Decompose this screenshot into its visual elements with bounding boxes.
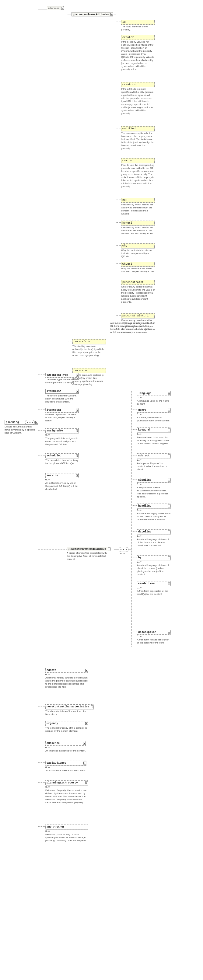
occurs: 0..∞ [137,458,170,461]
attr-label: creatoruri [121,83,154,87]
group-desc: A group of properties associated with th… [67,552,109,561]
attr-coversfrom[interactable]: coversfrom [72,339,106,344]
occurs: 0..∞ [45,746,86,749]
element-desc: A sequence of tokens associated with the… [137,486,170,498]
sequence-connector [119,547,128,552]
expand-icon[interactable]: + [76,390,79,393]
expand-icon[interactable]: + [168,409,170,412]
expand-icon[interactable]: + [168,631,170,634]
collapse-icon[interactable]: − [110,13,113,16]
element-creditline[interactable]: creditline+ [137,581,170,586]
attr-creatoruri[interactable]: creatoruri [121,82,155,87]
element-desc: A nature, intellectual or journalistic f… [137,416,170,422]
element-label: creditline [137,581,167,586]
element-language[interactable]: language+ [137,391,170,396]
element-edNote[interactable]: edNote+ [45,668,88,673]
element-by[interactable]: by+ [137,555,170,560]
occurs: 0..∞ [137,396,170,399]
element-desc: A language used by the news content [137,399,170,406]
element-slugline[interactable]: slugline+ [137,478,170,482]
element-desc: Free-text term to be used for indexing o… [137,436,170,445]
element-desc: The characteristics of the content of a … [45,710,88,716]
occurs: 0..∞ [45,434,79,436]
attr-why[interactable]: why [121,243,155,248]
attr-label: pubconstraint [121,280,154,285]
attributes-group[interactable]: attributes − [47,6,64,10]
element-exclAudience[interactable]: exclAudience+ [45,760,86,765]
attr-label: pubconstrainturi [121,314,154,318]
expand-icon[interactable]: + [76,474,79,477]
element-label: slugline [137,478,167,482]
element-newsContentCharacteristics[interactable]: newsContentCharacteristics+ [45,704,93,709]
element-subject[interactable]: subject+ [137,453,170,458]
element-planningExtProperty[interactable]: planningExtProperty+ [45,780,88,785]
attr-coversto[interactable]: coversto [72,368,106,373]
expand-icon[interactable]: + [85,782,88,784]
element-headline[interactable]: headline+ [137,504,170,508]
expand-icon[interactable]: + [168,582,170,585]
element-assignedTo[interactable]: assignedTo+ [45,428,79,433]
attributes-label: attributes [47,6,60,10]
element-desc: The party which is assigned to cover the… [45,437,79,446]
element-desc: A free-form textual description of the c… [137,638,170,644]
attr-whyuri[interactable]: whyuri [121,262,155,267]
attr-pubconstrainturi[interactable]: pubconstrainturi [121,313,155,318]
element-label: assignedTo [46,429,75,433]
expand-icon[interactable]: + [168,455,170,457]
attr-how[interactable]: how [121,198,155,203]
collapse-icon[interactable]: − [108,548,110,550]
element-label: genre [137,408,167,412]
element-dateline[interactable]: dateline+ [137,530,170,534]
expand-icon[interactable]: + [85,722,88,725]
expand-icon[interactable]: + [76,374,79,377]
group-DescriptiveMetadataGroup[interactable]: grpDescriptiveMetadataGroup − [67,547,110,551]
element-itemCount[interactable]: itemCount+ [45,408,79,412]
element-desc: An excluded audience for the content. [45,769,86,772]
expand-icon[interactable]: + [168,531,170,533]
expand-icon[interactable]: + [83,742,86,745]
expand-icon[interactable]: + [76,409,79,412]
element-any ##other[interactable]: any ##other [45,824,88,829]
occurs: 0..∞ [45,786,88,788]
group-commonPowerAttributes[interactable]: grpcommonPowerAttributes − [72,12,113,16]
expand-icon[interactable]: + [168,557,170,559]
expand-icon[interactable]: + [168,392,170,395]
element-desc: Additional natural language information … [45,676,88,689]
element-scheduled[interactable]: scheduled+ [45,453,79,458]
attr-desc: Indicates by which means the value was e… [121,226,155,235]
element-urgency[interactable]: urgency+ [45,721,88,726]
attr-modified[interactable]: modified [121,126,155,131]
expand-icon[interactable]: + [83,762,86,765]
attr-custom[interactable]: custom [121,158,155,163]
attr-creator[interactable]: creator [121,35,155,40]
attr-desc: Why the metadata has been included - exp… [121,249,155,258]
element-g2contentType[interactable]: g2contentType+ [45,373,79,377]
element-audience[interactable]: audience+ [45,741,86,746]
element-desc: The editorial urgency of the content, as… [45,727,88,733]
element-service[interactable]: service+ [45,473,79,478]
expand-icon[interactable]: + [91,706,93,708]
collapse-icon[interactable]: − [61,7,64,10]
attr-pubconstraint[interactable]: pubconstraint [121,280,155,285]
element-desc: The MIME type of the intended kind of pl… [45,378,79,384]
element-keyword[interactable]: keyword+ [137,428,170,432]
element-itemClass[interactable]: itemClass+ [45,389,79,394]
expand-icon[interactable]: + [168,479,170,482]
attr-desc: Why the metadata has been included - exp… [121,267,155,273]
expand-icon[interactable]: + [168,505,170,508]
expand-icon[interactable]: + [168,429,170,431]
occurs: 0..∞ [137,509,170,511]
element-desc: A brief and snappy introduction to the c… [137,512,170,521]
group-label: grpDescriptiveMetadataGroup [67,547,107,551]
element-label: description [137,630,167,634]
expand-icon[interactable]: + [76,430,79,432]
expand-icon[interactable]: + [85,669,88,672]
element-label: keyword [137,428,167,432]
attr-howuri[interactable]: howuri [121,221,155,226]
element-label: newsContentCharacteristics [46,705,90,709]
element-genre[interactable]: genre+ [137,408,170,412]
expand-icon[interactable]: + [76,455,79,457]
element-description[interactable]: description+ [137,630,170,635]
attr-id[interactable]: id [121,20,155,25]
occurs: 0..∞ [45,478,79,481]
